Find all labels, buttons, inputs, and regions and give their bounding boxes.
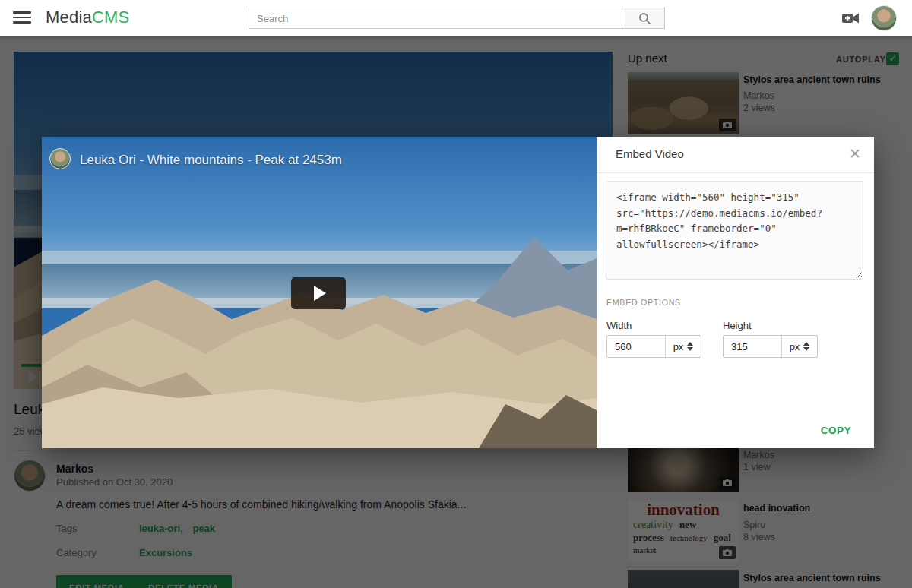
embed-code-textarea[interactable]: <iframe width="560" height="315" src="ht… — [606, 181, 863, 280]
app-logo[interactable]: MediaCMS — [46, 8, 129, 27]
width-field-group: px — [606, 335, 701, 358]
stepper-arrows-icon — [687, 342, 693, 351]
width-unit-select[interactable]: px — [665, 336, 701, 357]
app-header: MediaCMS — [0, 0, 912, 36]
close-icon[interactable]: ✕ — [849, 145, 861, 163]
modal-title: Embed Video — [616, 147, 684, 160]
logo-text-media: Media — [46, 8, 92, 27]
user-avatar[interactable] — [871, 5, 897, 31]
search-button[interactable] — [625, 8, 665, 29]
embed-preview-player[interactable]: Leuka Ori - White mountains - Peak at 24… — [42, 137, 597, 448]
width-input[interactable] — [607, 336, 665, 357]
search-input[interactable] — [249, 8, 625, 29]
width-label: Width — [606, 320, 632, 331]
menu-icon[interactable] — [13, 11, 31, 25]
play-icon — [314, 286, 326, 301]
search-bar — [249, 8, 665, 29]
upload-media-icon[interactable] — [841, 10, 860, 27]
height-label: Height — [723, 320, 752, 331]
height-field-group: px — [723, 335, 818, 358]
embed-video-modal: Leuka Ori - White mountains - Peak at 24… — [42, 137, 874, 448]
height-unit-select[interactable]: px — [781, 336, 817, 357]
width-unit-value: px — [673, 341, 684, 352]
preview-video-title: Leuka Ori - White mountains - Peak at 24… — [80, 153, 342, 168]
search-icon — [638, 12, 651, 25]
logo-text-cms: CMS — [92, 8, 130, 27]
stepper-arrows-icon — [803, 342, 809, 351]
preview-uploader-avatar — [49, 148, 71, 169]
embed-options-label: EMBED OPTIONS — [606, 298, 681, 307]
embed-options-panel: Embed Video ✕ <iframe width="560" height… — [597, 137, 874, 448]
height-input[interactable] — [724, 336, 781, 357]
height-unit-value: px — [790, 341, 800, 352]
preview-play-button[interactable] — [291, 277, 346, 309]
copy-button[interactable]: COPY — [821, 425, 851, 436]
divider — [597, 172, 874, 173]
